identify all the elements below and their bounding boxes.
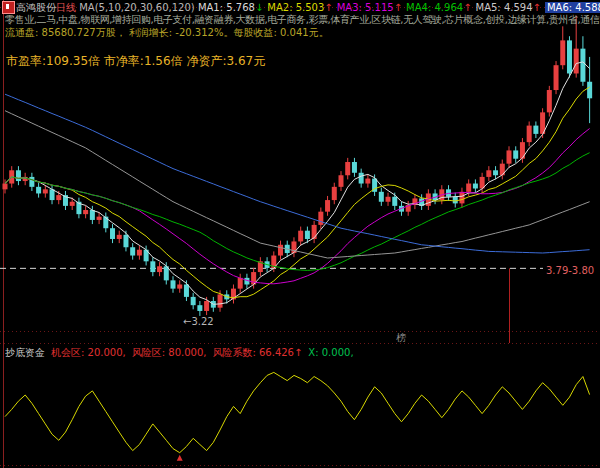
support-price-label: 3.79-3.80 [546,265,594,276]
ma-readout: MA4: 4.964↑ [406,2,471,13]
ma-readout: MA6: 4.588↑ [545,2,600,13]
valuation-line: 市盈率:109.35倍 市净率:1.56倍 净资产:3.67元 [6,53,406,70]
indicator-header: 抄底资金机会区: 20.000,风险区: 80.000,风险系数: 66.426… [5,346,565,360]
ma-readout: MA3: 5.115↑ [337,2,402,13]
ma-readout: MA5: 4.594↑ [476,2,541,13]
stock-terminal-window: 高鸿股份日线 MA(5,10,20,30,60,120) MA1: 5.768↓… [0,0,600,468]
candlestick-chart-canvas[interactable] [0,0,600,468]
low-price-label: ←3.22 [183,316,214,327]
app-icon[interactable] [2,1,15,14]
concept-tags-line: 零售业,二马,中盘,物联网,增持回购,电子支付,融资融券,大数据,电子商务,彩票… [5,13,600,27]
period-label[interactable]: 日线 [56,2,76,13]
indicator-title[interactable]: 抄底资金 [5,347,45,358]
stock-name: 高鸿股份 [16,2,56,13]
indicator-params: 机会区: 20.000,风险区: 80.000,风险系数: 66.426↑X: … [51,347,360,358]
indicator-param: 风险区: 80.000, [132,347,207,358]
ma-params: MA(5,10,20,30,60,120) [79,2,195,13]
indicator-param: 机会区: 20.000, [51,347,126,358]
ma-readout: MA2: 5.503↑ [267,2,332,13]
indicator-param: X: 0.000, [308,347,353,358]
ma-readouts: MA1: 5.768↓MA2: 5.503↑MA3: 5.115↑MA4: 4.… [198,2,600,13]
fundamentals-line: 流通盘: 85680.727万股， 利润增长: -20.312%。每股收益: 0… [5,26,600,40]
rank-label[interactable]: 榜 [396,331,406,345]
indicator-param: 风险系数: 66.426↑ [212,347,302,358]
ma-readout: MA1: 5.768↓ [198,2,263,13]
